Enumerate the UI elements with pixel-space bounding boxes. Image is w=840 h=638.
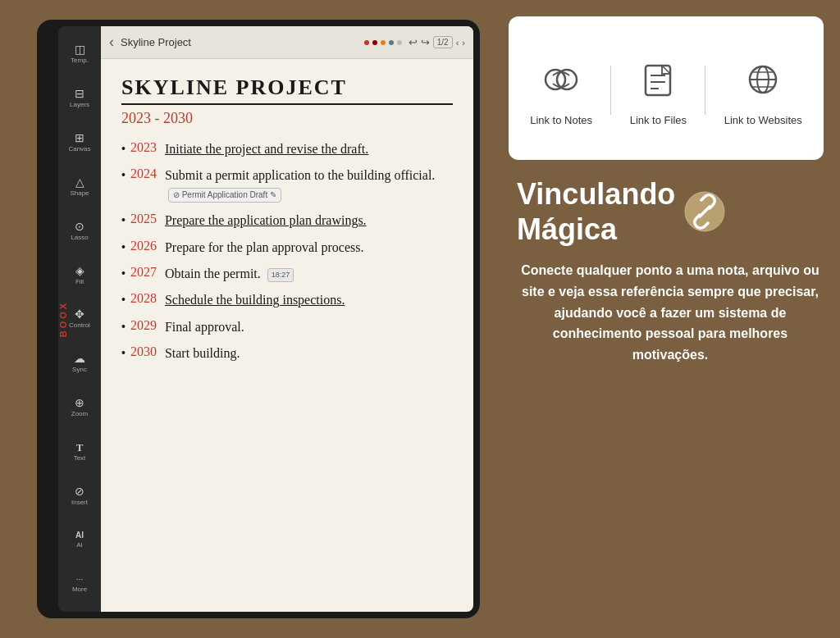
more-label: More: [72, 586, 87, 593]
nav-next[interactable]: ›: [462, 38, 465, 48]
note-title: Skyline Project: [121, 36, 358, 48]
toolbar-item-zoom[interactable]: ⊕ Zoom: [61, 386, 98, 429]
year-2027: 2027: [130, 265, 160, 280]
bullet-2023: •: [121, 142, 126, 155]
toolbar-item-ai[interactable]: AI AI: [61, 518, 98, 561]
link-websites-label: Link to Websites: [724, 114, 802, 126]
link-files-icon: [636, 57, 680, 102]
note-item-2025: • 2025 Prepare the application plan draw…: [121, 212, 453, 230]
pen-orange[interactable]: [381, 40, 386, 45]
link-notes-item[interactable]: Link to Notes: [522, 53, 600, 126]
link-files-icon-wrap: [632, 53, 684, 106]
toolbar-item-shape[interactable]: △ Shape: [61, 166, 98, 208]
text-2027: Obtain the permit. 18:27: [165, 265, 294, 283]
text-2026: Prepare for the plan approval process.: [165, 239, 364, 257]
link-files-label: Link to Files: [630, 114, 687, 126]
lasso-label: Lasso: [71, 234, 88, 241]
ai-icon: AI: [75, 531, 84, 540]
temp-label: Temp.: [71, 57, 89, 64]
year-2025: 2025: [130, 212, 160, 226]
undo-button[interactable]: ↩: [409, 36, 418, 48]
bullet-2027: •: [121, 267, 126, 280]
toolbar-item-more[interactable]: ··· More: [61, 563, 98, 605]
toolbar-item-temp[interactable]: ◫ Temp.: [61, 33, 98, 75]
zoom-icon: ⊕: [75, 397, 84, 408]
pen-red[interactable]: [364, 40, 369, 45]
permit-tag[interactable]: ⊘ Permit Application Draft ✎: [168, 188, 281, 203]
link-notes-icon: [539, 57, 583, 102]
note-item-2026: • 2026 Prepare for the plan approval pro…: [121, 239, 453, 257]
bullet-2026: •: [121, 240, 126, 253]
note-main-title: SKYLINE PROJECT: [121, 75, 453, 105]
page-indicator: 1/2: [433, 36, 453, 48]
bullet-2030: •: [121, 346, 126, 359]
insert-label: Insert: [71, 499, 88, 506]
year-2030: 2030: [130, 344, 160, 359]
toolbar-item-text[interactable]: T Text: [61, 431, 98, 473]
toolbar-item-insert[interactable]: ⊘ Insert: [61, 474, 98, 517]
link-files-item[interactable]: Link to Files: [622, 53, 695, 126]
text-2023: Initiate the project and revise the draf…: [165, 140, 368, 158]
pen-dark-red[interactable]: [372, 40, 377, 45]
back-button[interactable]: ‹: [109, 34, 114, 51]
boox-device: BOOX ◫ Temp. ⊟ Layers ⊞ Canvas △ Shape ⊙…: [37, 20, 480, 618]
toolbar-item-lasso[interactable]: ⊙ Lasso: [61, 209, 98, 252]
bullet-2029: •: [121, 320, 126, 333]
canvas-label: Canvas: [68, 145, 90, 153]
promo-title-row: Vinculando Mágica: [517, 176, 824, 247]
divider-2: [705, 66, 705, 115]
year-2028: 2028: [130, 291, 160, 306]
promo-section: Vinculando Mágica Conecte qualquer ponto…: [509, 160, 840, 638]
sync-icon: ☁: [74, 353, 85, 364]
link-websites-item[interactable]: Link to Websites: [716, 53, 810, 126]
redo-button[interactable]: ↪: [421, 36, 430, 48]
note-item-2028: • 2028 Schedule the building inspections…: [121, 291, 453, 309]
note-item-2029: • 2029 Final approval.: [121, 318, 453, 336]
note-header: ‹ Skyline Project ↩ ↪ 1/2 ‹ ›: [101, 26, 473, 59]
link-notes-icon-wrap: [535, 53, 587, 106]
year-2029: 2029: [130, 318, 160, 333]
pen-tools: [364, 40, 402, 45]
divider-1: [610, 66, 611, 115]
nav-prev[interactable]: ‹: [456, 38, 459, 48]
pen-blue-gray[interactable]: [389, 40, 394, 45]
shape-icon: △: [75, 176, 84, 188]
note-date-range: 2023 - 2030: [121, 110, 453, 127]
pen-light[interactable]: [397, 40, 402, 45]
text-2028: Schedule the building inspections.: [165, 291, 345, 309]
fill-label: Fill: [75, 278, 84, 285]
text-2030: Start building.: [165, 344, 240, 362]
magic-link-icon: [683, 190, 726, 233]
toolbar-item-layers[interactable]: ⊟ Layers: [61, 77, 98, 120]
toolbar-item-fill[interactable]: ◈ Fill: [61, 253, 98, 296]
ai-label: AI: [76, 541, 83, 549]
boox-brand-label: BOOX: [58, 301, 68, 337]
note-area: ‹ Skyline Project ↩ ↪ 1/2 ‹ ›: [101, 26, 473, 612]
toolbar-item-sync[interactable]: ☁ Sync: [61, 342, 98, 385]
control-icon: ✥: [75, 308, 84, 320]
sync-label: Sync: [72, 366, 87, 373]
link-notes-label: Link to Notes: [530, 114, 592, 126]
layers-label: Layers: [70, 101, 89, 108]
promo-title: Vinculando Mágica: [517, 176, 675, 247]
nav-controls: ↩ ↪ 1/2 ‹ ›: [409, 36, 465, 48]
device-panel: BOOX ◫ Temp. ⊟ Layers ⊞ Canvas △ Shape ⊙…: [0, 0, 509, 638]
link-websites-icon-wrap: [737, 53, 789, 106]
note-item-2023: • 2023 Initiate the project and revise t…: [121, 140, 453, 158]
text-2024: Submit a permit application to the build…: [165, 166, 453, 203]
shape-label: Shape: [70, 189, 89, 197]
control-label: Control: [69, 321, 90, 329]
layers-icon: ⊟: [75, 88, 84, 99]
text-label: Text: [74, 454, 86, 462]
toolbar-item-canvas[interactable]: ⊞ Canvas: [61, 121, 98, 164]
text-2029: Final approval.: [165, 318, 244, 336]
lasso-icon: ⊙: [75, 221, 84, 232]
more-icon: ···: [76, 576, 83, 584]
note-item-2030: • 2030 Start building.: [121, 344, 453, 362]
year-2023: 2023: [130, 140, 160, 155]
canvas-icon: ⊞: [75, 132, 84, 144]
time-tag-2027: 18:27: [267, 268, 294, 282]
text-icon: T: [76, 442, 84, 453]
text-2025: Prepare the application plan drawings.: [165, 212, 367, 230]
link-websites-icon: [741, 57, 785, 102]
